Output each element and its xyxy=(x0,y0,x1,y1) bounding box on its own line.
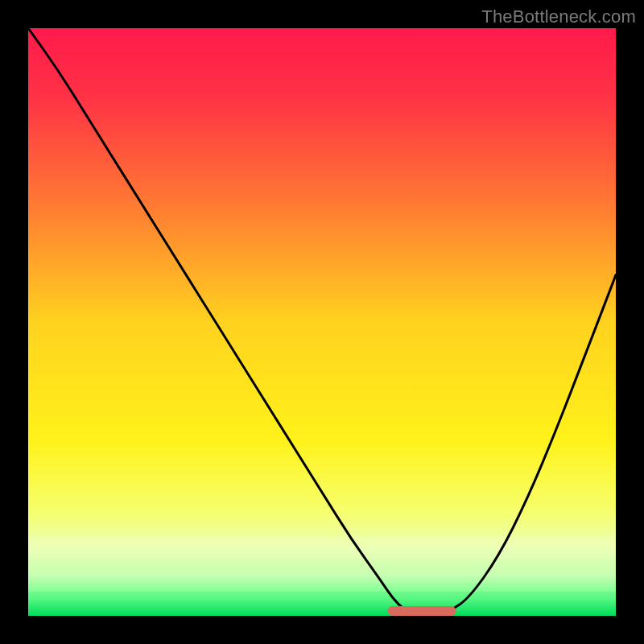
plot-area xyxy=(28,28,616,616)
bottleneck-curve xyxy=(28,28,616,616)
watermark-text: TheBottleneck.com xyxy=(481,6,636,27)
chart-frame: TheBottleneck.com xyxy=(0,0,644,644)
